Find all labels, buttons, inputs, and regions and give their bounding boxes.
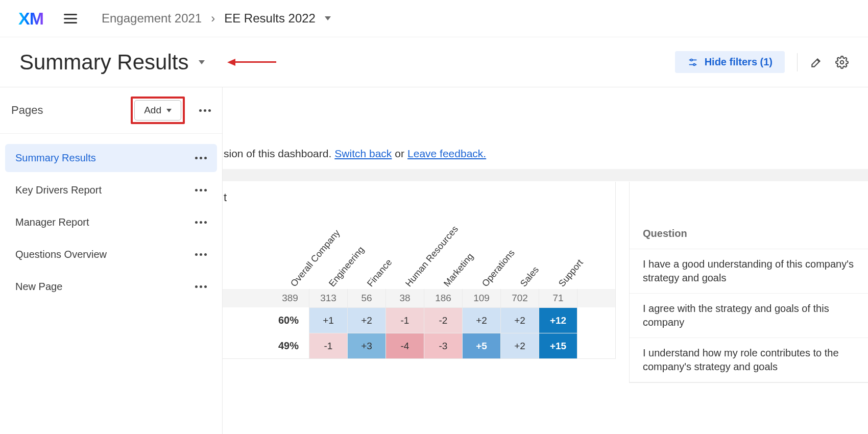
chevron-down-icon[interactable] <box>325 16 331 20</box>
heatmap-count: 71 <box>539 289 577 307</box>
heatmap-cell[interactable]: +2 <box>501 333 539 358</box>
heatmap-row-lead: 60% <box>223 307 309 333</box>
sidebar-item-new-page[interactable]: New Page <box>5 273 217 301</box>
heatmap-column-header: Marketing <box>442 251 476 289</box>
heatmap-count: 186 <box>424 289 463 307</box>
heatmap-count: 109 <box>463 289 501 307</box>
add-button[interactable]: Add <box>134 100 181 120</box>
heatmap-count: 56 <box>348 289 386 307</box>
heatmap-column-header: Operations <box>480 248 517 289</box>
page-title-chevron-down-icon[interactable] <box>199 60 205 64</box>
gray-bar <box>223 169 868 181</box>
sidebar-item-key-drivers-report[interactable]: Key Drivers Report <box>5 176 217 204</box>
heatmap-row-lead: 49% <box>223 333 309 358</box>
truncated-text: t <box>224 191 227 204</box>
pages-label: Pages <box>11 104 126 117</box>
svg-point-4 <box>840 60 844 64</box>
xm-logo: XM <box>18 9 43 29</box>
page-more-icon[interactable] <box>195 221 207 224</box>
switch-back-link[interactable]: Switch back <box>334 148 392 160</box>
question-row[interactable]: I agree with the strategy and goals of t… <box>630 294 868 338</box>
heatmap-cell[interactable]: -1 <box>309 333 348 358</box>
notice-mid: or <box>395 148 404 160</box>
sidebar-item-manager-report[interactable]: Manager Report <box>5 208 217 236</box>
heatmap-column-header: Sales <box>518 264 541 289</box>
heatmap-column-header: Finance <box>365 257 394 289</box>
heatmap-cell[interactable]: +2 <box>463 307 501 333</box>
heatmap-cell[interactable]: +3 <box>348 333 386 358</box>
heatmap-cell[interactable]: +12 <box>539 307 577 333</box>
pages-list: Summary ResultsKey Drivers ReportManager… <box>0 134 222 311</box>
sidebar-item-label: Summary Results <box>15 152 96 164</box>
top-bar: XM Engagement 2021 › EE Results 2022 <box>0 0 868 37</box>
add-button-label: Add <box>144 105 161 116</box>
sidebar-item-label: Manager Report <box>15 216 89 228</box>
chevron-down-icon <box>166 109 172 112</box>
question-row[interactable]: I have a good understanding of this comp… <box>630 249 868 294</box>
pages-sidebar: Pages Add Summary ResultsKey Drivers Rep… <box>0 87 223 434</box>
heatmap-cell[interactable]: +5 <box>463 333 501 358</box>
heatmap-cell[interactable]: -3 <box>424 333 463 358</box>
title-bar: Summary Results Hide filters (1) <box>0 37 868 87</box>
sidebar-item-questions-overview[interactable]: Questions Overview <box>5 240 217 269</box>
page-more-icon[interactable] <box>195 189 207 191</box>
heatmap-cell[interactable]: -2 <box>424 307 463 333</box>
heatmap-widget: t Overall CompanyEngineeringFinanceHuman… <box>223 182 616 359</box>
heatmap-count: 38 <box>386 289 424 307</box>
chevron-right-icon: › <box>211 11 215 26</box>
dashboard-notice: sion of this dashboard. Switch back or L… <box>223 148 486 160</box>
page-more-icon[interactable] <box>195 285 207 288</box>
heatmap-cell[interactable]: -1 <box>386 307 424 333</box>
breadcrumb: Engagement 2021 › EE Results 2022 <box>102 11 331 26</box>
question-header: Question <box>630 182 868 249</box>
leave-feedback-link[interactable]: Leave feedback. <box>407 148 486 160</box>
heatmap-count: 389 <box>271 289 309 307</box>
heatmap-cell[interactable]: -4 <box>386 333 424 358</box>
heatmap-count: 702 <box>501 289 539 307</box>
heatmap-count: 313 <box>309 289 348 307</box>
notice-text: sion of this dashboard. <box>224 148 331 160</box>
svg-point-3 <box>693 63 695 65</box>
heatmap-column-header: Support <box>557 257 586 289</box>
page-more-icon[interactable] <box>195 253 207 256</box>
page-title: Summary Results <box>19 50 188 75</box>
heatmap-cell[interactable]: +2 <box>348 307 386 333</box>
sidebar-item-label: New Page <box>15 281 62 293</box>
pages-more-icon[interactable] <box>199 109 211 112</box>
add-button-highlight: Add <box>131 97 185 124</box>
question-widget: Question I have a good understanding of … <box>629 182 868 383</box>
hide-filters-label: Hide filters (1) <box>705 56 773 68</box>
svg-point-1 <box>690 59 692 61</box>
sidebar-item-label: Key Drivers Report <box>15 184 102 196</box>
heatmap-cell[interactable]: +2 <box>501 307 539 333</box>
sidebar-item-summary-results[interactable]: Summary Results <box>5 144 217 172</box>
heatmap-cell[interactable]: +15 <box>539 333 577 358</box>
callout-arrow <box>227 59 276 66</box>
heatmap-cell[interactable]: +1 <box>309 307 348 333</box>
edit-icon[interactable] <box>810 56 823 69</box>
gear-icon[interactable] <box>835 56 849 69</box>
filter-icon <box>687 57 698 68</box>
question-row[interactable]: I understand how my role contributes to … <box>630 338 868 382</box>
breadcrumb-parent[interactable]: Engagement 2021 <box>102 11 202 26</box>
breadcrumb-current[interactable]: EE Results 2022 <box>224 11 316 26</box>
hide-filters-button[interactable]: Hide filters (1) <box>675 51 785 73</box>
heatmap-column-header: Engineering <box>327 245 367 289</box>
menu-icon[interactable] <box>64 14 77 23</box>
divider <box>797 53 798 71</box>
sidebar-item-label: Questions Overview <box>15 249 107 260</box>
page-more-icon[interactable] <box>195 157 207 159</box>
